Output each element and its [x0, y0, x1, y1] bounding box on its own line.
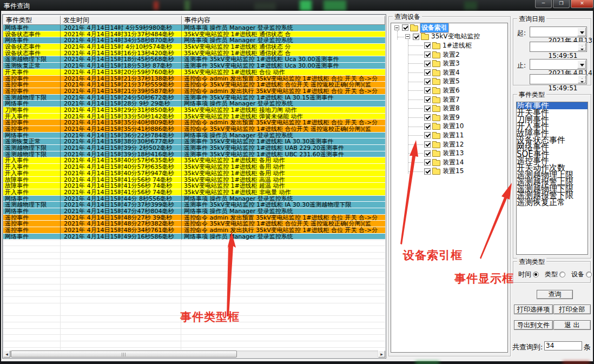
table-row[interactable]: 遥测越物理下限 2021年 4月14日15时24分50秒672毫秒 遥测事件 3…	[3, 95, 385, 101]
table-row[interactable]: 设备状态事件 2021年 4月14日15时 4分10秒574毫秒 35kV变电站…	[3, 44, 385, 50]
table-row[interactable]: 网络事件 2021年 4月14日15时28分 9秒 29毫秒 网络事项 操作员 …	[3, 101, 385, 107]
table-row[interactable]: 网络事件 2021年 4月14日14时 4分59秒980毫秒 网络事项 操作员 …	[3, 25, 385, 31]
table-row[interactable]: 网络事件 2021年 4月14日15时49分16秒586毫秒 网络事项 操作员 …	[3, 234, 385, 240]
table-row[interactable]: 故障事件 2021年 4月14日15时41分56秒 74毫秒 35kV变电站监控…	[3, 177, 385, 183]
table-row[interactable]: 遥控事件 2021年 4月14日15时35分40秒809毫秒 遥控命令 admi…	[3, 120, 385, 126]
table-row[interactable]: 网络事件 2021年 4月14日15时36分22秒784毫秒 网络事项 操作员 …	[3, 133, 385, 139]
close-button[interactable]: ✕	[571, 0, 593, 8]
export-to-file-button[interactable]: 导出到文件	[514, 320, 553, 330]
checkbox-checked-icon[interactable]	[424, 141, 431, 148]
scrollbar-thumb[interactable]	[11, 350, 237, 358]
radio-option[interactable]: 时间	[518, 270, 539, 279]
table-row[interactable]: 遥控事件 2021年 4月14日15时21分37秒138毫秒 遥控命令 admi…	[3, 76, 385, 82]
tree-node-device[interactable]: 装置3	[391, 59, 507, 68]
table-row[interactable]: 开关事件 2021年 4月14日15时20分59秒760毫秒 35kV变电站监控…	[3, 69, 385, 76]
tree-node-device[interactable]: 装置2	[391, 50, 507, 59]
tree-node-label[interactable]: 设备索引	[420, 23, 448, 32]
to-date-combobox[interactable]: 2021年 4月14日	[530, 59, 587, 70]
table-row[interactable]: 设备状态事件 2021年 4月14日14时31分37秒484毫秒 35kV变电站…	[3, 31, 385, 38]
table-row[interactable]: 网络事件 2021年 4月14日14时34分58秒870毫秒 网络事项 操作员 …	[3, 37, 385, 44]
tree-node-device[interactable]: 装置15	[391, 167, 507, 176]
table-row[interactable]: 开入事件 2021年 4月14日15时33分50秒142毫秒 35kV变电站监控…	[3, 114, 385, 120]
table-row[interactable]: 遥控事件 2021年 4月14日15时21分39秒587毫秒 遥控命令 admi…	[3, 88, 385, 95]
tree-node-device[interactable]: 装置5	[391, 77, 507, 87]
table-row[interactable]: 开入事件 2021年 4月14日15时40分57秒635毫秒 35kV变电站监控…	[3, 164, 385, 170]
checkbox-checked-icon[interactable]	[424, 87, 431, 94]
collapse-icon[interactable]	[394, 25, 399, 30]
event-type-listbox[interactable]: 所有事件 开关事件 刀闸事件 开入事件 故障事件 设备状态事件 网络事件 SOE…	[516, 102, 588, 255]
from-date-combobox[interactable]: 2021年 4月13日	[530, 27, 587, 37]
spinner-down-icon[interactable]	[578, 47, 586, 51]
checkbox-checked-icon[interactable]	[424, 132, 431, 138]
chevron-down-icon[interactable]	[577, 60, 586, 69]
table-row[interactable]: 遥控事件 2021年 4月14日15时35分41秒886毫秒 遥控命令 35kV…	[3, 126, 385, 133]
exit-button[interactable]: 退 出	[553, 320, 591, 330]
scroll-right-icon[interactable]: ▶	[378, 350, 385, 358]
checkbox-checked-icon[interactable]	[424, 105, 431, 112]
table-row[interactable]: 设备状态事件 2021年 4月14日15时16分13秒420毫秒 35kV变电站…	[3, 50, 385, 57]
checkbox-checked-icon[interactable]	[424, 96, 431, 103]
list-item[interactable]: 遥测恢复正常	[517, 199, 588, 206]
scrollbar-track[interactable]	[10, 350, 378, 358]
tree-node-label[interactable]: 35kV变电站监控	[431, 32, 480, 41]
print-all-button[interactable]: 打印全部	[553, 305, 591, 314]
horizontal-scrollbar[interactable]: ◀ ▶	[3, 350, 385, 358]
checkbox-checked-icon[interactable]	[424, 69, 431, 76]
minimize-button[interactable]: ─	[535, 0, 552, 8]
spinner-down-icon[interactable]	[578, 79, 586, 83]
checkbox-checked-icon[interactable]	[402, 24, 408, 31]
tree-node-device[interactable]: 装置4	[391, 68, 507, 77]
tree-node-device[interactable]: 装置7	[391, 95, 507, 104]
tree-node-device[interactable]: 装置12	[391, 140, 507, 149]
checkbox-checked-icon[interactable]	[424, 114, 431, 121]
checkbox-checked-icon[interactable]	[424, 150, 431, 157]
table-row[interactable]: 遥控事件 2021年 4月14日15时21分37秒559毫秒 遥控命令 35kV…	[3, 82, 385, 88]
radio-option[interactable]: 设备	[571, 270, 592, 279]
tree-node-device[interactable]: 装置9	[391, 113, 507, 122]
scroll-left-icon[interactable]: ◀	[3, 350, 10, 358]
maximize-button[interactable]: ❐	[553, 0, 570, 8]
checkbox-checked-icon[interactable]	[424, 78, 431, 85]
table-row[interactable]: 刀闸事件 2021年 4月14日15时29分31秒850毫秒 35kV变电站监控…	[3, 107, 385, 114]
result-count-field[interactable]: 34	[544, 341, 582, 350]
checkbox-checked-icon[interactable]	[424, 61, 431, 67]
tree-node-station[interactable]: 35kV变电站监控	[391, 32, 507, 42]
table-row[interactable]: 开入事件 2021年 4月14日15时41分56秒 74毫秒 35kV变电站监控…	[3, 189, 385, 196]
checkbox-checked-icon[interactable]	[424, 159, 431, 166]
checkbox-checked-icon[interactable]	[413, 34, 419, 40]
column-header-type[interactable]: 事件类型	[3, 16, 61, 25]
query-button[interactable]: 查询	[537, 290, 573, 299]
checkbox-checked-icon[interactable]	[424, 51, 431, 58]
table-row[interactable]: 网络事件 2021年 4月14日15时47分47秒804毫秒 网络事项 操作员 …	[3, 208, 385, 215]
table-row[interactable]: 遥控事件 2021年 4月14日15时48分27秒382毫秒 遥控命令 35kV…	[3, 221, 385, 227]
tree-node-device[interactable]: 装置13	[391, 149, 507, 158]
column-header-content[interactable]: 事件内容	[182, 16, 385, 25]
from-time-spinner[interactable]: 15:49:51	[530, 42, 587, 52]
tree-node-device[interactable]: 装置6	[391, 86, 507, 95]
table-row[interactable]: 遥测越物理下限 2021年 4月14日15时18分45秒568毫秒 遥测事件 3…	[3, 56, 385, 63]
table-row[interactable]: 遥控事件 2021年 4月14日15时48分27秒 39毫秒 遥控命令 admi…	[3, 215, 385, 221]
tree-node-device[interactable]: 装置10	[391, 122, 507, 131]
tree-node-device[interactable]: 装置11	[391, 131, 507, 140]
tree-node-device[interactable]: 1#进线柜	[391, 41, 507, 50]
column-header-time[interactable]: 发生时间	[61, 16, 182, 25]
table-row[interactable]: 网络事件 2021年 4月14日15时44分 8秒556毫秒 网络事项 操作员 …	[3, 196, 385, 202]
table-row[interactable]: 遥控事件 2021年 4月14日15时48分34秒761毫秒 遥控命令 admi…	[3, 227, 385, 234]
collapse-icon[interactable]	[405, 34, 410, 39]
tree-node-device[interactable]: 装置14	[391, 158, 507, 167]
to-time-spinner[interactable]: 15:49:51	[530, 74, 587, 84]
table-row[interactable]: 遥测恢复正常 2021年 4月14日15时38分30秒677毫秒 遥测事件 35…	[3, 138, 385, 145]
print-selected-button[interactable]: 打印选择项	[514, 305, 553, 314]
tree-node-device[interactable]: 装置8	[391, 104, 507, 113]
table-row[interactable]: 遥测恢复正常 2021年 4月14日15时18分53秒 87毫秒 遥测事件 35…	[3, 63, 385, 69]
checkbox-checked-icon[interactable]	[424, 168, 431, 175]
table-row[interactable]: 遥测越物理下限 2021年 4月14日15时47分37秒399毫秒 遥测事件 3…	[3, 202, 385, 208]
chevron-down-icon[interactable]	[577, 28, 586, 36]
table-row[interactable]: 遥测越物理下限 2021年 4月14日15时39分18秒416毫秒 遥测事件 3…	[3, 151, 385, 158]
table-row[interactable]: 故障事件 2021年 4月14日15时41分56秒 74毫秒 35kV变电站监控…	[3, 183, 385, 189]
table-row[interactable]: 开入事件 2021年 4月14日15时40分57秒635毫秒 35kV变电站监控…	[3, 157, 385, 164]
checkbox-checked-icon[interactable]	[424, 123, 431, 130]
table-row[interactable]: 遥测越物理下限 2021年 4月14日15时39分 2秒502毫秒 遥测事件 3…	[3, 145, 385, 151]
checkbox-checked-icon[interactable]	[424, 42, 431, 49]
table-row[interactable]: 开入事件 2021年 4月14日15时40分57秒947毫秒 35kV变电站监控…	[3, 170, 385, 177]
